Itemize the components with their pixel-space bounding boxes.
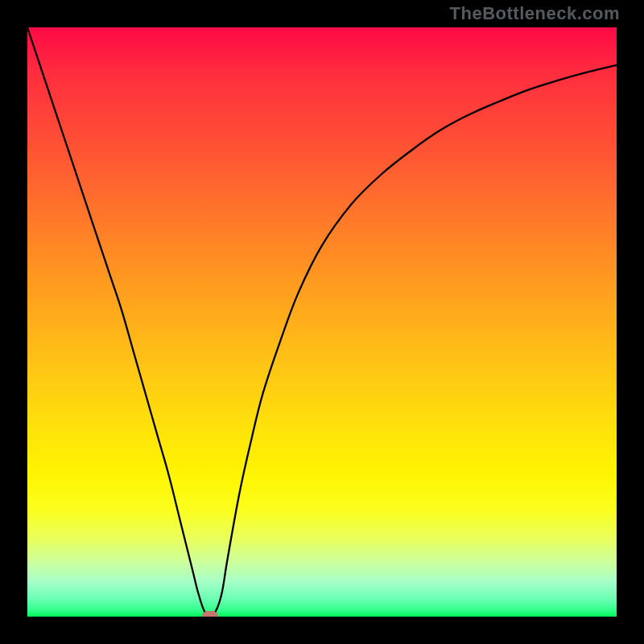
chart-container: TheBottleneck.com [0, 0, 644, 644]
curve-svg [27, 27, 617, 617]
marker-dot [202, 611, 218, 617]
plot-area [27, 27, 617, 617]
bottleneck-curve [27, 27, 617, 617]
attribution-label: TheBottleneck.com [450, 3, 620, 24]
